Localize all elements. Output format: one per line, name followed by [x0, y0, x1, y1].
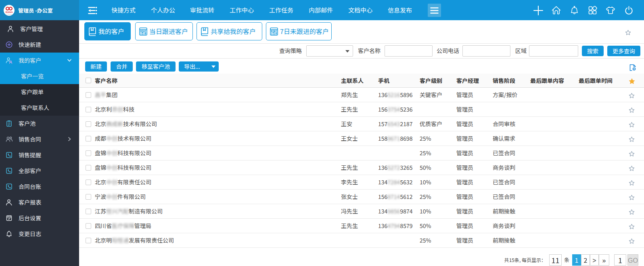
- svg-text:OA OFFICE: OA OFFICE: [6, 13, 12, 15]
